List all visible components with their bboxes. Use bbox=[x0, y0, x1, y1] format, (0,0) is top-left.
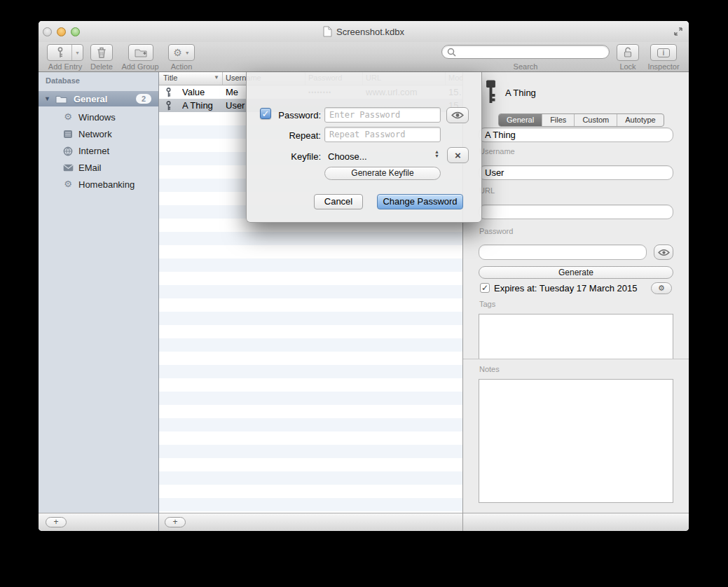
sidebar-bottom-bar: + bbox=[39, 513, 158, 531]
tags-field[interactable] bbox=[479, 314, 673, 359]
folder-icon bbox=[55, 95, 67, 104]
inspector-label: Inspector bbox=[639, 62, 688, 71]
entry-list-bottom-bar: + bbox=[159, 513, 462, 531]
search-label: Search bbox=[441, 62, 610, 71]
search-icon bbox=[447, 48, 456, 57]
dialog-keyfile-label: Keyfile: bbox=[275, 151, 321, 162]
window-title: Screenshot.kdbx bbox=[336, 27, 404, 37]
close-button[interactable] bbox=[43, 27, 52, 36]
expires-checkbox[interactable] bbox=[480, 283, 490, 293]
tab-autotype[interactable]: Autotype bbox=[617, 114, 663, 126]
add-entry-label: Add Entry bbox=[41, 62, 89, 71]
column-header-title[interactable]: Title bbox=[163, 74, 177, 82]
globe-icon bbox=[62, 145, 74, 156]
sidebar-item-label: Homebanking bbox=[78, 179, 135, 190]
lock-button[interactable] bbox=[617, 44, 639, 61]
title-field[interactable] bbox=[479, 127, 673, 142]
gear-icon: ⚙ bbox=[173, 47, 182, 58]
dialog-password-label: Password: bbox=[275, 110, 321, 120]
change-password-button[interactable]: Change Password bbox=[377, 194, 463, 209]
envelope-icon bbox=[62, 162, 74, 173]
clear-keyfile-button[interactable]: × bbox=[447, 147, 469, 163]
sidebar-item-label: Network bbox=[78, 129, 112, 139]
notes-field[interactable] bbox=[479, 379, 673, 503]
sidebar-group-general[interactable]: ▼ General 2 bbox=[39, 91, 158, 106]
action-label: Action bbox=[161, 62, 202, 71]
titlebar: Screenshot.kdbx bbox=[39, 21, 689, 42]
generate-keyfile-button[interactable]: Generate Keyfile bbox=[324, 167, 441, 180]
tab-files[interactable]: Files bbox=[542, 114, 575, 126]
tab-custom[interactable]: Custom bbox=[575, 114, 617, 126]
sidebar-item-network[interactable]: Network bbox=[39, 125, 158, 142]
popup-arrows-icon[interactable]: ▲▼ bbox=[434, 150, 439, 158]
sidebar-item-homebanking[interactable]: ⚙ Homebanking bbox=[39, 176, 158, 193]
dialog-repeat-input[interactable] bbox=[324, 127, 441, 142]
add-entry-button[interactable]: ▼ bbox=[47, 44, 83, 61]
sidebar-item-label: Windows bbox=[78, 112, 116, 123]
action-button[interactable]: ⚙ ▼ bbox=[168, 44, 195, 61]
change-password-dialog: Password: Repeat: Keyfile: Choose... ▲▼ … bbox=[246, 72, 482, 223]
sort-descending-icon: ▼ bbox=[214, 74, 219, 81]
chevron-down-icon: ▼ bbox=[185, 50, 190, 55]
notes-label: Notes bbox=[479, 365, 500, 373]
key-icon bbox=[165, 88, 172, 97]
reveal-password-button[interactable] bbox=[654, 244, 673, 260]
delete-button[interactable] bbox=[90, 44, 113, 61]
gear-icon: ⚙ bbox=[62, 179, 74, 190]
zoom-button[interactable] bbox=[71, 27, 80, 36]
gear-icon: ⚙ bbox=[62, 111, 74, 123]
keyfile-popup[interactable]: Choose... bbox=[328, 151, 367, 162]
inspector-panel: A Thing General Files Custom Autotype Us… bbox=[462, 72, 689, 531]
password-label: Password bbox=[479, 227, 513, 235]
url-field[interactable] bbox=[479, 205, 673, 219]
entry-title: A Thing bbox=[182, 100, 213, 111]
generate-password-button[interactable]: Generate bbox=[479, 266, 673, 279]
entry-title: Value bbox=[182, 87, 205, 97]
inspector-tabs: General Files Custom Autotype bbox=[498, 113, 664, 127]
eye-icon bbox=[658, 249, 670, 256]
server-icon bbox=[62, 128, 74, 139]
sidebar-item-windows[interactable]: ⚙ Windows bbox=[39, 109, 158, 125]
section-divider bbox=[463, 359, 689, 359]
fullscreen-icon[interactable] bbox=[673, 26, 684, 37]
expires-settings-button[interactable]: ⚙ bbox=[651, 282, 672, 294]
toolbar: ▼ Add Entry Delete Add Group ⚙ ▼ Action bbox=[39, 42, 689, 72]
inspector-bottom-bar bbox=[463, 513, 689, 531]
add-group-button[interactable] bbox=[128, 44, 153, 61]
add-entry-dropdown[interactable]: ▼ bbox=[71, 45, 83, 60]
sidebar-item-label: Internet bbox=[78, 146, 109, 156]
expires-label: Expires at: Tuesday 17 March 2015 bbox=[494, 283, 638, 294]
search-field[interactable] bbox=[441, 45, 610, 59]
sidebar-item-email[interactable]: EMail bbox=[39, 159, 158, 176]
close-icon: × bbox=[455, 150, 461, 160]
delete-label: Delete bbox=[83, 62, 120, 71]
inspector-button[interactable]: i bbox=[650, 44, 677, 61]
sidebar-item-label: EMail bbox=[78, 163, 102, 173]
column-divider bbox=[222, 72, 223, 85]
disclosure-triangle-icon[interactable]: ▼ bbox=[44, 95, 50, 102]
dialog-reveal-password-button[interactable] bbox=[446, 107, 469, 123]
password-enabled-checkbox[interactable] bbox=[260, 108, 271, 119]
minimize-button[interactable] bbox=[57, 27, 66, 36]
tags-label: Tags bbox=[479, 300, 495, 308]
group-count-badge: 2 bbox=[136, 94, 151, 104]
key-icon bbox=[165, 101, 172, 111]
search-input[interactable] bbox=[459, 47, 599, 58]
sidebar-group-label: General bbox=[74, 94, 107, 104]
username-label: Username bbox=[479, 147, 515, 156]
add-group-plus-button[interactable]: + bbox=[46, 517, 67, 527]
dialog-password-input[interactable] bbox=[324, 107, 441, 123]
eye-icon bbox=[451, 111, 464, 119]
cancel-button[interactable]: Cancel bbox=[314, 194, 363, 209]
info-icon: i bbox=[657, 48, 670, 57]
tab-general[interactable]: General bbox=[499, 114, 542, 126]
sidebar-item-internet[interactable]: Internet bbox=[39, 142, 158, 159]
lock-icon bbox=[622, 47, 633, 58]
password-field[interactable] bbox=[479, 244, 647, 260]
username-field[interactable] bbox=[479, 165, 673, 180]
desktop: Screenshot.kdbx ▼ Add Entry Delete bbox=[0, 0, 728, 587]
dialog-repeat-label: Repeat: bbox=[275, 130, 321, 141]
inspector-entry-title: A Thing bbox=[505, 88, 536, 98]
add-entry-plus-button[interactable]: + bbox=[165, 517, 186, 527]
document-icon bbox=[323, 26, 332, 37]
